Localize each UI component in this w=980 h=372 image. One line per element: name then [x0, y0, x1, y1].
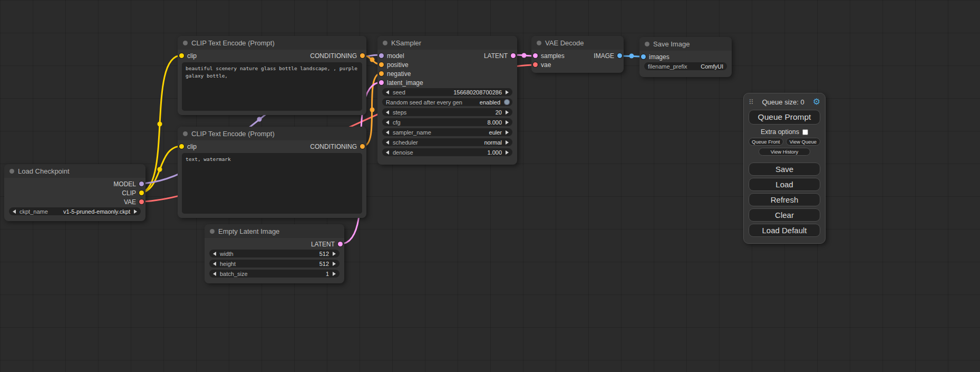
vae-input-port[interactable]	[533, 62, 538, 67]
increase-arrow-icon[interactable]	[506, 110, 509, 115]
graph-canvas[interactable]: Load Checkpoint MODEL CLIP VAE	[0, 0, 980, 372]
positive-input-port[interactable]	[379, 62, 384, 67]
next-value-arrow-icon[interactable]	[506, 130, 509, 135]
decrease-arrow-icon[interactable]	[213, 262, 216, 266]
node-title-bar[interactable]: Save Image	[639, 37, 732, 51]
queue-prompt-button[interactable]: Queue Prompt	[749, 110, 820, 125]
load-button[interactable]: Load	[749, 178, 820, 191]
decrease-arrow-icon[interactable]	[386, 110, 389, 115]
node-vae-decode[interactable]: VAE Decode samples IMAGE vae	[531, 36, 624, 73]
view-queue-button[interactable]: View Queue	[786, 138, 821, 146]
increase-arrow-icon[interactable]	[333, 272, 336, 276]
samples-input-port[interactable]	[533, 53, 538, 58]
decrease-arrow-icon[interactable]	[386, 90, 389, 94]
widget-name: sampler_name	[393, 129, 431, 136]
widget-name: filename_prefix	[648, 63, 687, 70]
node-clip-text-encode-negative[interactable]: CLIP Text Encode (Prompt) clip CONDITION…	[178, 127, 366, 218]
load-default-button[interactable]: Load Default	[749, 224, 820, 237]
collapse-dot-icon[interactable]	[383, 41, 387, 45]
slot-label: LATENT	[484, 52, 508, 60]
conditioning-output-port[interactable]	[360, 144, 365, 149]
collapse-dot-icon[interactable]	[183, 131, 188, 136]
increase-arrow-icon[interactable]	[333, 262, 336, 266]
output-slot-vae: VAE	[124, 198, 145, 206]
positive-prompt-textarea[interactable]: beautiful scenery nature glass bottle la…	[182, 62, 362, 111]
node-title-bar[interactable]: Empty Latent Image	[205, 224, 344, 238]
increase-arrow-icon[interactable]	[506, 90, 509, 94]
collapse-dot-icon[interactable]	[537, 41, 541, 45]
cfg-widget[interactable]: cfg 8.000	[382, 118, 512, 126]
widget-name: denoise	[393, 149, 413, 156]
clear-button[interactable]: Clear	[749, 208, 820, 222]
increase-arrow-icon[interactable]	[506, 120, 509, 125]
decrease-arrow-icon[interactable]	[213, 272, 216, 276]
refresh-button[interactable]: Refresh	[749, 193, 820, 206]
node-title: CLIP Text Encode (Prompt)	[191, 39, 275, 47]
slot-label: CONDITIONING	[310, 52, 357, 60]
conditioning-output-port[interactable]	[360, 53, 365, 58]
next-value-arrow-icon[interactable]	[506, 140, 509, 145]
collapse-dot-icon[interactable]	[645, 42, 649, 46]
image-output-port[interactable]	[617, 53, 622, 58]
model-input-port[interactable]	[379, 53, 384, 58]
steps-widget[interactable]: steps 20	[382, 108, 512, 116]
node-title-bar[interactable]: KSampler	[377, 36, 517, 50]
node-load-checkpoint[interactable]: Load Checkpoint MODEL CLIP VAE	[4, 164, 145, 221]
negative-input-port[interactable]	[379, 71, 384, 76]
node-title-bar[interactable]: CLIP Text Encode (Prompt)	[178, 36, 366, 50]
sampler-name-widget[interactable]: sampler_name euler	[382, 128, 512, 136]
input-slot-positive: positive	[377, 61, 409, 69]
settings-gear-icon[interactable]: ⚙	[813, 98, 820, 106]
latent-output-port[interactable]	[511, 53, 516, 58]
width-widget[interactable]: width 512	[209, 250, 339, 257]
decrease-arrow-icon[interactable]	[386, 150, 389, 155]
widget-name: seed	[393, 89, 405, 96]
random-seed-toggle-widget[interactable]: Random seed after every gen enabled	[382, 98, 512, 106]
latent-image-input-port[interactable]	[379, 80, 384, 85]
queue-front-button[interactable]: Queue Front	[749, 138, 783, 146]
vae-output-port[interactable]	[139, 199, 144, 204]
collapse-dot-icon[interactable]	[9, 169, 14, 174]
node-title-bar[interactable]: CLIP Text Encode (Prompt)	[178, 127, 366, 140]
link-midpoint-dot	[370, 58, 375, 62]
images-input-port[interactable]	[641, 54, 646, 59]
node-title-bar[interactable]: Load Checkpoint	[4, 164, 145, 178]
next-value-arrow-icon[interactable]	[134, 209, 137, 214]
collapse-dot-icon[interactable]	[210, 229, 215, 234]
model-output-port[interactable]	[139, 182, 144, 186]
height-widget[interactable]: height 512	[209, 260, 339, 268]
prev-value-arrow-icon[interactable]	[386, 140, 389, 145]
collapse-dot-icon[interactable]	[183, 41, 188, 45]
extra-options-checkbox[interactable]	[802, 129, 808, 135]
node-title-bar[interactable]: VAE Decode	[531, 36, 624, 50]
node-save-image[interactable]: Save Image images filename_prefix ComfyU…	[639, 37, 732, 77]
seed-widget[interactable]: seed 156680208700286	[382, 88, 512, 96]
node-ksampler[interactable]: KSampler model LATENT positive	[377, 36, 517, 165]
prev-value-arrow-icon[interactable]	[386, 130, 389, 135]
latent-output-port[interactable]	[338, 242, 343, 246]
decrease-arrow-icon[interactable]	[213, 252, 216, 256]
batch-size-widget[interactable]: batch_size 1	[209, 270, 339, 278]
node-clip-text-encode-positive[interactable]: CLIP Text Encode (Prompt) clip CONDITION…	[178, 36, 366, 115]
view-history-button[interactable]: View History	[759, 148, 810, 156]
ckpt-name-widget[interactable]: ckpt_name v1-5-pruned-emaonly.ckpt	[9, 207, 141, 215]
clip-input-port[interactable]	[179, 53, 184, 58]
increase-arrow-icon[interactable]	[333, 252, 336, 256]
slot-label: positive	[387, 61, 409, 69]
filename-prefix-widget[interactable]: filename_prefix ComfyUI	[644, 62, 727, 70]
clip-input-port[interactable]	[179, 144, 184, 149]
prev-value-arrow-icon[interactable]	[13, 209, 16, 214]
increase-arrow-icon[interactable]	[506, 150, 509, 155]
denoise-widget[interactable]: denoise 1.000	[382, 148, 512, 156]
negative-prompt-textarea[interactable]: text, watermark	[182, 153, 362, 214]
decrease-arrow-icon[interactable]	[386, 120, 389, 125]
toggle-knob-icon[interactable]	[504, 99, 510, 105]
scheduler-widget[interactable]: scheduler normal	[382, 138, 512, 146]
save-button[interactable]: Save	[749, 163, 820, 176]
node-empty-latent-image[interactable]: Empty Latent Image LATENT width 512 heig…	[205, 224, 344, 283]
drag-handle-icon[interactable]: ⠿	[749, 99, 754, 106]
clip-output-port[interactable]	[139, 190, 144, 195]
widget-name: steps	[393, 109, 406, 116]
widget-name: ckpt_name	[20, 208, 48, 215]
queue-size-label: Queue size: 0	[754, 98, 813, 106]
